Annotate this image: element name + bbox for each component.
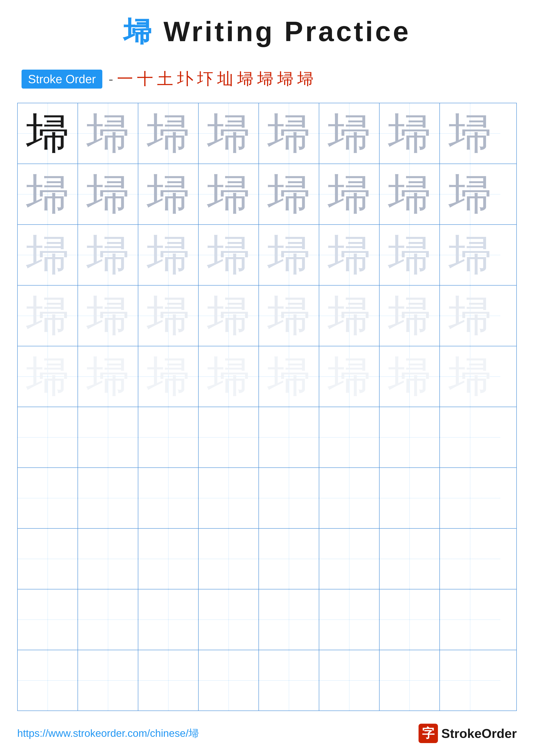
grid-cell[interactable]: 埽: [199, 285, 259, 346]
grid-cell[interactable]: [78, 650, 138, 711]
grid-cell[interactable]: 埽: [319, 285, 380, 346]
practice-char: 埽: [448, 233, 492, 277]
grid-cell[interactable]: 埽: [380, 225, 440, 285]
grid-row-1: 埽 埽 埽 埽 埽 埽 埽 埽: [18, 103, 516, 164]
grid-cell[interactable]: [259, 589, 319, 650]
practice-char: 埽: [26, 233, 69, 277]
grid-cell[interactable]: 埽: [18, 285, 78, 346]
grid-cell[interactable]: [138, 407, 199, 468]
grid-cell[interactable]: 埽: [18, 225, 78, 285]
grid-cell[interactable]: 埽: [138, 164, 199, 224]
grid-cell[interactable]: [18, 589, 78, 650]
stroke-order-row: Stroke Order - 一 十 土 圤 圷 圸 埽 埽 埽 埽: [17, 68, 517, 90]
grid-cell[interactable]: [259, 407, 319, 468]
grid-cell[interactable]: [319, 468, 380, 528]
grid-cell[interactable]: [199, 589, 259, 650]
grid-cell[interactable]: 埽: [18, 103, 78, 164]
grid-cell[interactable]: 埽: [440, 103, 500, 164]
grid-cell[interactable]: [440, 528, 500, 589]
stroke-4: 圤: [177, 68, 193, 90]
grid-cell[interactable]: [18, 650, 78, 711]
grid-cell[interactable]: 埽: [138, 225, 199, 285]
grid-cell[interactable]: [319, 407, 380, 468]
grid-cell[interactable]: 埽: [78, 103, 138, 164]
grid-cell[interactable]: [18, 468, 78, 528]
grid-cell[interactable]: [259, 528, 319, 589]
grid-cell[interactable]: 埽: [78, 225, 138, 285]
grid-cell[interactable]: 埽: [380, 103, 440, 164]
grid-cell[interactable]: [138, 528, 199, 589]
grid-cell[interactable]: [78, 468, 138, 528]
grid-cell[interactable]: [440, 650, 500, 711]
practice-char: 埽: [207, 294, 250, 337]
grid-cell[interactable]: [380, 407, 440, 468]
grid-cell[interactable]: [18, 528, 78, 589]
grid-cell[interactable]: [380, 650, 440, 711]
grid-cell[interactable]: [78, 528, 138, 589]
grid-cell[interactable]: [319, 589, 380, 650]
practice-char: 埽: [267, 173, 310, 216]
grid-cell[interactable]: [259, 650, 319, 711]
grid-cell[interactable]: [319, 528, 380, 589]
stroke-5: 圷: [197, 68, 213, 90]
grid-cell[interactable]: 埽: [18, 164, 78, 224]
practice-char: 埽: [147, 294, 190, 337]
practice-char: 埽: [328, 355, 371, 398]
grid-cell[interactable]: [380, 468, 440, 528]
practice-char: 埽: [388, 173, 431, 216]
grid-cell[interactable]: 埽: [138, 103, 199, 164]
grid-cell[interactable]: [138, 650, 199, 711]
grid-cell[interactable]: 埽: [380, 164, 440, 224]
grid-cell[interactable]: 埽: [78, 285, 138, 346]
grid-cell[interactable]: 埽: [199, 103, 259, 164]
grid-cell[interactable]: 埽: [138, 285, 199, 346]
practice-char: 埽: [328, 173, 371, 216]
grid-cell[interactable]: [78, 407, 138, 468]
grid-cell[interactable]: 埽: [440, 164, 500, 224]
grid-cell[interactable]: [199, 528, 259, 589]
grid-cell[interactable]: 埽: [199, 225, 259, 285]
grid-cell[interactable]: [199, 650, 259, 711]
grid-cell[interactable]: [199, 407, 259, 468]
practice-char: 埽: [448, 294, 492, 337]
grid-cell[interactable]: 埽: [440, 346, 500, 407]
grid-cell[interactable]: [259, 468, 319, 528]
grid-cell[interactable]: [380, 528, 440, 589]
grid-cell[interactable]: 埽: [319, 103, 380, 164]
grid-cell[interactable]: 埽: [199, 164, 259, 224]
grid-cell[interactable]: [380, 589, 440, 650]
grid-cell[interactable]: 埽: [78, 346, 138, 407]
grid-cell[interactable]: 埽: [319, 164, 380, 224]
grid-cell[interactable]: 埽: [380, 285, 440, 346]
grid-cell[interactable]: 埽: [380, 346, 440, 407]
grid-cell[interactable]: 埽: [440, 225, 500, 285]
page-title: 埽 Writing Practice: [17, 13, 517, 51]
practice-char: 埽: [87, 173, 129, 216]
grid-cell[interactable]: [440, 407, 500, 468]
grid-row-10: [18, 650, 516, 711]
practice-char: 埽: [388, 294, 431, 337]
grid-cell[interactable]: [18, 407, 78, 468]
grid-cell[interactable]: 埽: [78, 164, 138, 224]
grid-cell[interactable]: 埽: [259, 285, 319, 346]
grid-cell[interactable]: [319, 650, 380, 711]
grid-cell[interactable]: 埽: [319, 225, 380, 285]
grid-cell[interactable]: [138, 468, 199, 528]
grid-cell[interactable]: 埽: [259, 225, 319, 285]
grid-cell[interactable]: 埽: [259, 103, 319, 164]
practice-char: 埽: [87, 355, 129, 398]
grid-cell[interactable]: [440, 468, 500, 528]
grid-cell[interactable]: 埽: [138, 346, 199, 407]
grid-cell[interactable]: 埽: [259, 164, 319, 224]
grid-cell[interactable]: [199, 468, 259, 528]
grid-cell[interactable]: [138, 589, 199, 650]
grid-cell[interactable]: 埽: [18, 346, 78, 407]
grid-cell[interactable]: 埽: [199, 346, 259, 407]
grid-cell[interactable]: 埽: [259, 346, 319, 407]
footer-url[interactable]: https://www.strokeorder.com/chinese/埽: [17, 726, 199, 740]
grid-cell[interactable]: [78, 589, 138, 650]
grid-cell[interactable]: [440, 589, 500, 650]
grid-cell[interactable]: 埽: [440, 285, 500, 346]
grid-cell[interactable]: 埽: [319, 346, 380, 407]
practice-char: 埽: [448, 173, 492, 216]
